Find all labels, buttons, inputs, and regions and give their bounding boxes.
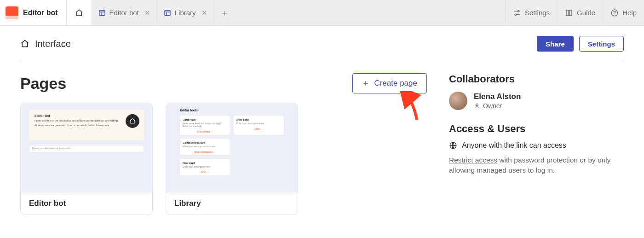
help-icon [610, 9, 619, 17]
home-icon [75, 9, 83, 17]
page-title: Interface [35, 39, 71, 49]
home-icon [129, 118, 136, 124]
mini-title: New card [183, 162, 227, 164]
svg-rect-0 [99, 10, 105, 15]
add-tab-button[interactable]: ＋ [214, 0, 235, 25]
collaborator-row: Elena Alston Owner [449, 92, 624, 110]
svg-rect-1 [165, 10, 170, 15]
mini-link: AI for writers → [183, 130, 227, 133]
mini-sub: Make your writing more concise [183, 145, 227, 148]
home-icon [20, 39, 29, 48]
tab-label: Editor bot [109, 9, 139, 17]
mini-link: LINK → [183, 171, 227, 174]
share-button[interactable]: Share [537, 36, 574, 52]
book-icon [565, 9, 573, 17]
preview-mini-card: Conciseness bot Make your writing more c… [180, 139, 230, 155]
collaborator-name: Elena Alston [474, 92, 521, 101]
preview-input: Paste your text here for me to edit [29, 145, 144, 152]
preview-sub: Paste your text in the field below, and … [34, 119, 138, 122]
page-cards: Editor Bot Paste your text in the field … [20, 103, 427, 215]
close-icon[interactable]: ✕ [201, 9, 207, 17]
tab-editor-bot[interactable]: Editor bot ✕ [92, 0, 157, 25]
preview-mini-card: Editor bot Need some feedback on your wr… [180, 116, 230, 135]
help-label: Help [622, 9, 637, 17]
create-page-button[interactable]: Create page [352, 73, 427, 93]
card-preview: Editor tools Editor bot Need some feedba… [166, 103, 298, 192]
svg-point-5 [476, 104, 478, 106]
brand-title: Editor bot [23, 9, 58, 17]
access-heading: Access & Users [449, 123, 624, 135]
globe-icon [449, 141, 457, 150]
mini-link: LINK → [236, 128, 281, 130]
tab-library[interactable]: Library ✕ [157, 0, 214, 25]
mini-sub: Enter your description here [183, 165, 227, 168]
preview-title: Editor Bot [34, 114, 138, 117]
brand-logo-icon [6, 6, 18, 19]
access-description: Restrict access with password protection… [449, 155, 624, 176]
preview-note: All responses are generated by an automa… [34, 124, 138, 127]
svg-point-3 [515, 14, 516, 15]
tab-label: Library [175, 9, 196, 17]
card-label: Library [166, 192, 298, 215]
preview-home-badge [126, 114, 139, 128]
mini-link: AI for conciseness → [183, 151, 227, 153]
collaborators-heading: Collaborators [449, 73, 624, 85]
role-label: Owner [483, 102, 502, 110]
settings-button[interactable]: Settings [579, 36, 624, 52]
brand-tab[interactable]: Editor bot [0, 0, 67, 25]
top-bar: Editor bot Editor bot ✕ Library ✕ ＋ Sett… [0, 0, 644, 26]
mini-title: Conciseness bot [183, 141, 227, 144]
share-label: Share [546, 40, 565, 48]
preview-title: Editor tools [180, 109, 284, 112]
main: Pages Create page Editor Bot Paste your … [0, 61, 644, 215]
sidebar-right: Collaborators Elena Alston Owner Access … [449, 73, 624, 215]
card-preview: Editor Bot Paste your text in the field … [21, 103, 152, 192]
preview-mini-card: New card Enter your description here LIN… [180, 159, 230, 175]
page-card-library[interactable]: Editor tools Editor bot Need some feedba… [166, 103, 298, 215]
sliders-icon [513, 9, 521, 17]
help-button[interactable]: Help [603, 0, 644, 25]
tabs: Editor bot ✕ Library ✕ ＋ [92, 0, 235, 25]
header-actions: Share Settings [537, 36, 624, 52]
pages-heading: Pages [20, 75, 66, 93]
create-page-label: Create page [374, 79, 417, 88]
pages-section: Pages Create page Editor Bot Paste your … [20, 73, 427, 215]
card-label: Editor bot [21, 192, 152, 215]
access-status: Anyone with the link can access [462, 141, 566, 150]
guide-button[interactable]: Guide [557, 0, 603, 25]
settings-button[interactable]: Settings [505, 0, 557, 25]
topbar-right: Settings Guide Help [505, 0, 644, 25]
collaborator-role: Owner [474, 102, 521, 110]
home-tab[interactable] [67, 0, 92, 25]
mini-sub: Need some feedback on your writing? Edit… [183, 122, 227, 128]
layout-icon [98, 9, 106, 17]
svg-point-2 [518, 10, 519, 12]
page-header: Interface Share Settings [20, 26, 624, 61]
mini-title: Editor bot [183, 118, 227, 121]
person-icon [474, 103, 480, 109]
restrict-access-link[interactable]: Restrict access [449, 156, 497, 164]
access-status-row: Anyone with the link can access [449, 141, 624, 150]
plus-icon [362, 80, 369, 87]
avatar [449, 92, 467, 110]
settings-label: Settings [588, 40, 615, 48]
close-icon[interactable]: ✕ [144, 9, 150, 17]
layout-icon [164, 9, 171, 17]
preview-mini-card: New card Enter your description here LIN… [234, 116, 284, 135]
mini-title: New card [236, 118, 281, 121]
page-card-editor-bot[interactable]: Editor Bot Paste your text in the field … [20, 103, 153, 215]
settings-label: Settings [525, 9, 550, 17]
guide-label: Guide [577, 9, 595, 17]
page-title-group: Interface [20, 39, 71, 49]
mini-sub: Enter your description here [236, 122, 281, 125]
